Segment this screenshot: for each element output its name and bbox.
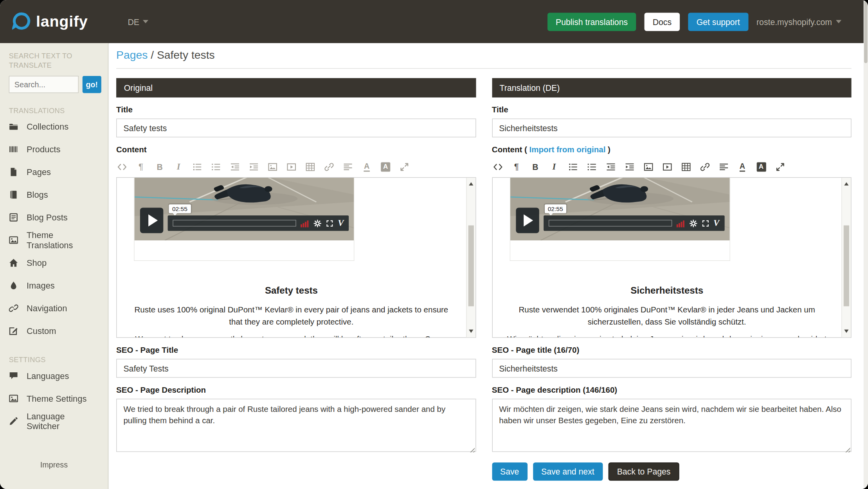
outdent-icon[interactable] [605,161,616,173]
font-color-icon[interactable]: A [361,161,373,173]
volume-icon[interactable] [301,219,309,227]
progress-bar[interactable] [173,220,296,227]
paragraph-icon[interactable]: ¶ [511,161,522,173]
code-icon[interactable] [492,161,504,173]
sidebar-item-shop[interactable]: Shop [0,251,108,274]
bold-icon[interactable]: B [154,161,166,173]
ordered-list-icon[interactable] [211,161,222,173]
scroll-down-arrow-icon[interactable] [468,330,473,333]
search-input[interactable] [9,76,79,93]
play-button[interactable] [140,208,163,233]
fullscreen-icon[interactable] [398,161,410,173]
sidebar-item-collections[interactable]: Collections [0,115,108,138]
fullscreen-icon[interactable] [774,161,786,173]
docs-button[interactable]: Docs [645,13,680,31]
insert-image-icon[interactable] [643,161,654,173]
translation-content-editor[interactable]: V 02:55 Sicherheitstests Ruste verwendet… [492,177,852,338]
vimeo-logo-icon[interactable]: V [713,219,719,228]
sidebar-item-products[interactable]: Products [0,138,108,161]
back-to-pages-button[interactable]: Back to Pages [608,462,679,481]
sidebar-item-languages[interactable]: Languages [0,364,108,387]
shop-account-menu[interactable]: roste.myshopify.com [756,17,841,26]
italic-icon[interactable]: I [548,161,560,173]
unordered-list-icon[interactable] [191,161,203,173]
editor-scrollbar[interactable] [841,178,851,337]
paragraph-icon[interactable]: ¶ [135,161,147,173]
sidebar-item-blog-posts[interactable]: Blog Posts [0,206,108,229]
original-body-clipped-line: We want to show you exactly how strong y… [129,333,454,337]
insert-video-icon[interactable] [661,161,673,173]
scroll-down-arrow-icon[interactable] [844,330,848,333]
scrollbar-thumb[interactable] [468,226,474,307]
original-content-editor[interactable]: V 02:55 Safety tests Ruste uses 100% ori… [116,177,476,338]
langify-logo[interactable]: langify [12,12,88,31]
window-scrollbar-thumb[interactable] [864,1,867,63]
fullscreen-icon[interactable] [326,220,333,227]
insert-image-icon[interactable] [267,161,279,173]
sidebar-item-custom[interactable]: Custom [0,319,108,342]
video-controls-bar[interactable]: V [168,215,349,231]
video-figure[interactable]: V 02:55 [134,178,354,261]
indent-icon[interactable] [248,161,260,173]
save-button[interactable]: Save [492,462,528,481]
scroll-up-arrow-icon[interactable] [844,182,848,185]
original-seo-description-textarea[interactable]: We tried to break through a pair of Rust… [116,399,476,452]
unordered-list-icon[interactable] [567,161,579,173]
video-preview[interactable]: V 02:55 [510,178,729,240]
breadcrumb-pages-link[interactable]: Pages [116,49,148,61]
top-bar: langify DE Publish translations Docs Get… [0,0,868,43]
highlight-icon[interactable]: A [380,161,391,173]
window-scrollbar[interactable] [864,0,868,489]
insert-table-icon[interactable] [680,161,692,173]
sidebar-item-language-switcher[interactable]: Language Switcher [0,410,108,433]
insert-video-icon[interactable] [286,161,297,173]
code-icon[interactable] [116,161,128,173]
align-icon[interactable] [718,161,729,173]
settings-gear-icon[interactable] [689,219,697,227]
publish-translations-button[interactable]: Publish translations [547,13,636,31]
insert-link-icon[interactable] [699,161,711,173]
ordered-list-icon[interactable] [586,161,598,173]
sidebar-item-blogs[interactable]: Blogs [0,183,108,206]
bold-icon[interactable]: B [529,161,541,173]
sidebar-item-theme-translations[interactable]: Theme Translations [0,229,108,251]
language-selector[interactable]: DE [128,17,148,26]
insert-table-icon[interactable] [304,161,316,173]
editor-scrollbar[interactable] [466,178,475,337]
translation-title-input[interactable] [492,119,852,137]
get-support-button[interactable]: Get support [688,13,748,31]
outdent-icon[interactable] [229,161,241,173]
search-go-button[interactable]: go! [83,76,101,93]
scrollbar-thumb[interactable] [844,226,849,307]
italic-icon[interactable]: I [173,161,184,173]
sidebar-item-label: Language Switcher [27,411,99,431]
translation-seo-title-label: SEO - Page title (16/70) [492,346,852,355]
scroll-up-arrow-icon[interactable] [468,182,473,185]
import-from-original-link[interactable]: Import from original [529,145,606,154]
sidebar-item-images[interactable]: Images [0,274,108,297]
original-seo-title-input[interactable] [116,359,476,378]
translation-seo-description-textarea[interactable]: Wir möchten dir zeigen, wie stark deine … [492,399,852,452]
video-controls-bar[interactable]: V [543,215,724,231]
sidebar-item-theme-settings[interactable]: Theme Settings [0,387,108,410]
play-button[interactable] [516,208,539,233]
insert-link-icon[interactable] [323,161,335,173]
highlight-icon[interactable]: A [755,161,767,173]
settings-gear-icon[interactable] [313,219,322,227]
video-preview[interactable]: V 02:55 [135,178,354,240]
indent-icon[interactable] [623,161,635,173]
progress-bar[interactable] [548,220,672,227]
fullscreen-icon[interactable] [702,220,709,227]
translation-seo-title-input[interactable] [492,359,852,378]
align-icon[interactable] [342,161,354,173]
vimeo-logo-icon[interactable]: V [338,219,344,228]
file-icon [9,167,18,177]
video-figure[interactable]: V 02:55 [510,178,730,261]
impress-link[interactable]: Impress [0,460,108,489]
volume-icon[interactable] [676,219,684,227]
save-and-next-button[interactable]: Save and next [533,462,603,481]
sidebar-item-navigation[interactable]: Navigation [0,297,108,319]
original-title-input[interactable] [116,119,476,137]
font-color-icon[interactable]: A [737,161,748,173]
sidebar-item-pages[interactable]: Pages [0,161,108,183]
